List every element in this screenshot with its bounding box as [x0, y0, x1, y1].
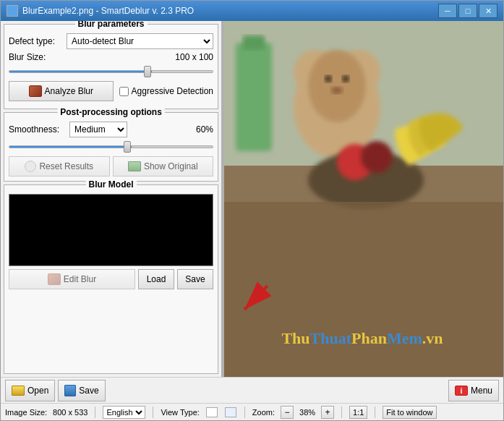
- svg-point-8: [325, 75, 332, 82]
- show-original-label: Show Original: [144, 161, 198, 171]
- aggressive-detection-label[interactable]: Aggressive Detection: [119, 86, 213, 96]
- window-controls: ─ □ ✕: [438, 4, 497, 18]
- reset-label: Reset Results: [39, 161, 93, 171]
- blur-size-value: 100 x 100: [175, 52, 213, 62]
- left-panel: Blur parameters Defect type: Auto-detect…: [1, 21, 221, 377]
- model-buttons-row: Edit Blur Load Save: [9, 269, 213, 289]
- view-type-box2[interactable]: [225, 407, 236, 417]
- view-type-box1[interactable]: [206, 407, 218, 417]
- maximize-button[interactable]: □: [458, 4, 477, 18]
- svg-rect-2: [236, 43, 272, 151]
- zoom-value: 38%: [299, 408, 315, 417]
- analyze-row: Analyze Blur Aggressive Detection: [9, 81, 213, 101]
- save-model-label: Save: [185, 274, 205, 284]
- blur-model-canvas: [9, 194, 213, 266]
- fit-to-window-button[interactable]: Fit to window: [383, 406, 436, 419]
- show-original-icon: [128, 161, 141, 171]
- analyze-icon: [29, 85, 42, 97]
- language-select[interactable]: English: [103, 406, 145, 419]
- save-model-button[interactable]: Save: [177, 269, 213, 289]
- smoothness-select[interactable]: Low Medium High: [69, 122, 127, 137]
- blur-size-row: Blur Size: 100 x 100: [9, 52, 213, 62]
- edit-blur-button[interactable]: Edit Blur: [9, 269, 135, 289]
- post-processing-group: Post-processing options Smoothness: Low …: [4, 112, 218, 182]
- view-type-label: View Type:: [161, 408, 199, 417]
- close-button[interactable]: ✕: [479, 4, 497, 18]
- slider-track-bg: [9, 70, 213, 73]
- smoothness-slider[interactable]: [9, 140, 213, 153]
- title-bar: BlurExample2.png - SmartDeblur v. 2.3 PR…: [1, 1, 503, 21]
- smoothness-percent: 60%: [196, 124, 213, 135]
- blur-model-group: Blur Model Edit Blur Load Save: [4, 184, 218, 374]
- status-sep4: [341, 407, 342, 418]
- svg-point-9: [342, 75, 349, 82]
- smoothness-slider-thumb[interactable]: [124, 141, 131, 153]
- menu-icon: i: [455, 386, 468, 396]
- menu-label: Menu: [471, 386, 492, 396]
- menu-button[interactable]: i Menu: [448, 380, 499, 401]
- status-sep3: [244, 407, 245, 418]
- open-button[interactable]: Open: [5, 380, 55, 401]
- aggressive-text: Aggressive Detection: [132, 86, 213, 96]
- status-sep5: [375, 407, 375, 418]
- svg-point-13: [361, 141, 393, 173]
- arrow-indicator: [239, 282, 275, 320]
- right-panel: ThuThuatPhanMem.vn: [221, 21, 503, 377]
- image-display: [221, 21, 503, 377]
- status-sep2: [153, 407, 153, 418]
- blur-size-label: Blur Size:: [9, 52, 172, 62]
- result-buttons-row: Reset Results Show Original: [9, 156, 213, 177]
- load-button[interactable]: Load: [138, 269, 174, 289]
- svg-rect-3: [243, 35, 265, 50]
- analyze-label: Analyze Blur: [45, 86, 93, 96]
- blur-params-group: Blur parameters Defect type: Auto-detect…: [4, 24, 218, 109]
- svg-rect-15: [221, 21, 224, 377]
- save-icon: [64, 385, 76, 396]
- defect-type-select[interactable]: Auto-detect Blur Out-of-focus Blur Motio…: [67, 33, 213, 49]
- open-label: Open: [27, 386, 48, 396]
- reset-icon: [25, 161, 36, 172]
- blur-params-title: Blur parameters: [74, 21, 147, 29]
- zoom-out-button[interactable]: −: [281, 406, 294, 419]
- edit-blur-label: Edit Blur: [64, 274, 96, 284]
- window-title: BlurExample2.png - SmartDeblur v. 2.3 PR…: [22, 6, 438, 16]
- status-bar: Image Size: 800 x 533 English View Type:…: [1, 403, 503, 420]
- main-content: Blur parameters Defect type: Auto-detect…: [1, 21, 503, 377]
- image-size-label: Image Size:: [5, 408, 47, 417]
- post-processing-title: Post-processing options: [57, 107, 165, 117]
- svg-line-17: [244, 286, 268, 310]
- blur-size-slider[interactable]: [9, 65, 213, 78]
- edit-blur-icon: [48, 273, 61, 285]
- save-label: Save: [79, 386, 98, 396]
- svg-point-7: [308, 50, 366, 122]
- minimize-button[interactable]: ─: [438, 4, 457, 18]
- open-icon: [12, 386, 25, 396]
- app-icon: [7, 5, 18, 17]
- aggressive-checkbox[interactable]: [119, 87, 129, 96]
- smoothness-row: Smoothness: Low Medium High 60%: [9, 122, 213, 137]
- load-label: Load: [147, 274, 166, 284]
- slider-thumb[interactable]: [144, 66, 151, 77]
- show-original-button[interactable]: Show Original: [113, 156, 214, 177]
- analyze-blur-button[interactable]: Analyze Blur: [9, 81, 114, 101]
- svg-point-10: [331, 87, 343, 94]
- status-sep1: [95, 407, 95, 418]
- defect-type-row: Defect type: Auto-detect Blur Out-of-foc…: [9, 33, 213, 49]
- reset-results-button[interactable]: Reset Results: [9, 156, 110, 177]
- ratio-button[interactable]: 1:1: [349, 406, 367, 419]
- bottom-toolbar: Open Save i Menu: [1, 377, 503, 403]
- image-size-value: 800 x 533: [53, 408, 87, 417]
- main-window: BlurExample2.png - SmartDeblur v. 2.3 PR…: [0, 0, 504, 421]
- zoom-label: Zoom:: [252, 408, 275, 417]
- smoothness-slider-bg: [9, 145, 213, 148]
- zoom-in-button[interactable]: +: [321, 406, 334, 419]
- defect-label: Defect type:: [9, 36, 67, 46]
- smoothness-label: Smoothness:: [9, 124, 67, 135]
- save-toolbar-button[interactable]: Save: [58, 380, 105, 401]
- blur-model-title: Blur Model: [86, 179, 137, 190]
